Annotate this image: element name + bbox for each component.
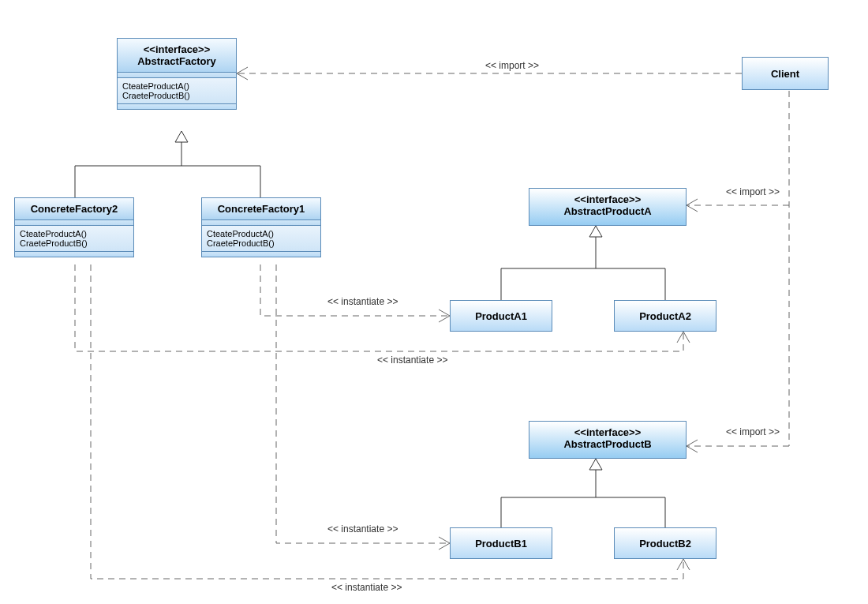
class-name: ProductB1 [475, 538, 527, 550]
op: CraeteProductB() [20, 238, 129, 248]
class-product-b1: ProductB1 [450, 527, 552, 559]
class-client: Client [742, 57, 829, 90]
class-product-b2: ProductB2 [614, 527, 716, 559]
class-abstract-factory: <<interface>> AbstractFactory CteateProd… [117, 38, 237, 110]
arrow-cf1-pb1 [439, 537, 450, 550]
edge-factories-to-abstract [75, 166, 260, 197]
edge-cf2-pa2 [75, 264, 683, 351]
class-name: AbstractProductB [533, 438, 683, 450]
edge-productsB-tree [501, 497, 665, 527]
class-concrete-factory-2: ConcreteFactory2 CteateProductA() Craete… [14, 197, 134, 257]
op: CraeteProductB() [122, 91, 231, 100]
op: CraeteProductB() [207, 238, 316, 248]
arrow-gen-productB [589, 459, 602, 470]
class-product-a1: ProductA1 [450, 300, 552, 332]
class-concrete-factory-1: ConcreteFactory1 CteateProductA() Craete… [201, 197, 321, 257]
op: CteateProductA() [122, 81, 231, 91]
arrow-cf2-pa2 [677, 332, 690, 343]
arrow-client-abstractproductb [687, 440, 698, 452]
class-name: AbstractFactory [137, 55, 216, 67]
class-name: AbstractProductA [533, 205, 683, 217]
op: CteateProductA() [207, 229, 316, 238]
stereotype: <<interface>> [533, 193, 683, 205]
arrow-cf1-pa1 [439, 310, 450, 322]
class-name: ProductB2 [639, 538, 691, 550]
op: CteateProductA() [20, 229, 129, 238]
edge-productsA-tree [501, 268, 665, 300]
label-import-2: << import >> [726, 186, 780, 197]
label-instantiate-1: << instantiate >> [327, 296, 398, 307]
class-name: ConcreteFactory1 [218, 203, 305, 215]
arrow-client-abstractfactory [237, 67, 248, 80]
class-product-a2: ProductA2 [614, 300, 716, 332]
label-instantiate-4: << instantiate >> [331, 582, 402, 593]
class-abstract-product-a: <<interface>> AbstractProductA [529, 188, 687, 226]
class-name: ProductA2 [639, 310, 691, 322]
class-name: ProductA1 [475, 310, 527, 322]
label-import-1: << import >> [485, 60, 539, 71]
label-import-3: << import >> [726, 426, 780, 437]
class-name: ConcreteFactory2 [31, 203, 118, 215]
arrow-realization-factory [175, 131, 188, 142]
stereotype: <<interface>> [121, 43, 233, 55]
edge-cf1-pa1 [260, 264, 450, 316]
arrow-cf2-pb2 [677, 559, 690, 570]
class-abstract-product-b: <<interface>> AbstractProductB [529, 421, 687, 459]
arrow-gen-productA [589, 226, 602, 237]
label-instantiate-2: << instantiate >> [377, 355, 447, 366]
arrow-client-abstractproducta [687, 199, 698, 212]
label-instantiate-3: << instantiate >> [327, 523, 398, 535]
stereotype: <<interface>> [533, 426, 683, 438]
class-name: Client [771, 68, 799, 80]
